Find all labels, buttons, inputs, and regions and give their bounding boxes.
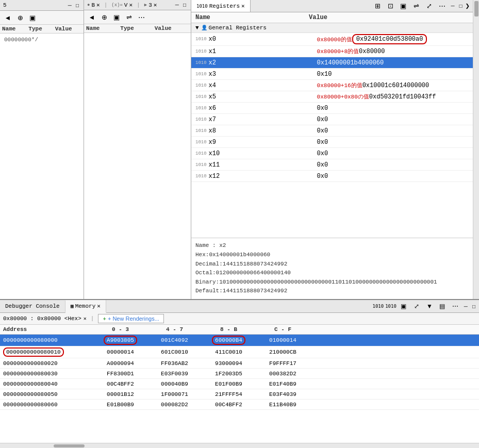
mem-data-6-8: 00C4BFF2 — [202, 402, 256, 408]
mem-data-5-8: 21FFFF54 — [202, 391, 256, 397]
middle-tab-b-close[interactable]: ✕ — [96, 2, 100, 8]
general-registers-label: General Registers — [209, 25, 267, 31]
middle-tab-3-label[interactable]: 3 — [148, 2, 152, 8]
mem-row-5[interactable]: 0000000000080050 00001B12 1F000071 21FFF… — [0, 389, 479, 400]
bottom-toolbar-btn1[interactable]: ▣ — [398, 301, 409, 311]
reg-value-x0: 0x92401c00d53800a0 — [352, 34, 469, 44]
mem-data-5-4: 1F000071 — [147, 391, 202, 397]
reg-maximize-btn[interactable]: □ — [458, 3, 464, 9]
mem-row-0[interactable]: 0000000000080000 A9003805 001C4092 60000… — [0, 335, 479, 346]
middle-header-type: Type — [120, 25, 154, 31]
debugger-console-tab[interactable]: Debugger Console — [0, 301, 65, 312]
registers-tab[interactable]: 1010 Registers ✕ — [191, 0, 251, 12]
reg-name-x0: x0 — [209, 36, 317, 43]
reg-icon-x6: 1010 — [195, 106, 207, 111]
middle-maximize-btn[interactable]: □ — [181, 2, 188, 8]
reg-row-x9[interactable]: 1010 x9 0x0 — [191, 137, 473, 148]
bottom-toolbar-icons: 1010 1010 ▣ ⤢ ▼ ▤ ⋯ ─ □ — [370, 301, 479, 311]
bottom-icon-1010b: 1010 — [385, 304, 397, 309]
mem-data-3-8: 1F2003D5 — [202, 371, 256, 377]
left-tab-5-label: 5 — [3, 2, 7, 8]
reg-toolbar-icon2[interactable]: ⊡ — [385, 1, 396, 11]
left-maximize-btn[interactable]: □ — [74, 3, 80, 8]
reg-row-x5[interactable]: 1010 x5 0x80000+0x80の值 0xd503201fd10043f… — [191, 91, 473, 103]
left-tab-5[interactable]: 5 — [3, 2, 7, 8]
reg-toolbar-icon4[interactable]: ⇌ — [410, 1, 422, 11]
reg-row-x1[interactable]: 1010 x1 0x80000+8的值 0x80000 — [191, 46, 473, 57]
middle-minimize-btn[interactable]: ─ — [174, 2, 180, 8]
left-toolbar-btn1[interactable]: ◄ — [2, 12, 13, 23]
middle-tab-v-close[interactable]: ✕ — [129, 2, 133, 8]
reg-icon-x0: 1010 — [195, 37, 207, 42]
memory-address-close[interactable]: ✕ — [84, 316, 87, 322]
memory-tab-label: Memory — [75, 303, 96, 309]
memory-tab-close[interactable]: ✕ — [97, 303, 101, 309]
mem-data-3-4: E03F0039 — [147, 371, 202, 377]
mem-data-1-4: 601C0010 — [147, 349, 202, 355]
right-scrollbar[interactable] — [473, 0, 479, 299]
middle-toolbar-btn2[interactable]: ⊕ — [98, 12, 110, 22]
bottom-minimize-btn[interactable]: ─ — [463, 304, 469, 309]
mem-addr-1: 0000000000080010 — [3, 347, 93, 357]
mem-row-1[interactable]: 0000000000080010 00000014 601C0010 411C0… — [0, 346, 479, 358]
new-renderings-btn[interactable]: + + New Renderings... — [98, 314, 163, 323]
reg-toolbar-icon6[interactable]: ⋯ — [436, 1, 448, 11]
middle-tab-b-label[interactable]: B — [91, 2, 95, 8]
mem-addr-1-circle: 0000000000080010 — [3, 347, 64, 357]
reg-row-x12[interactable]: 1010 x12 0x0 — [191, 171, 473, 182]
info-octal: Octal:0120000000066400000140 — [195, 269, 469, 278]
reg-row-x2[interactable]: 1010 x2 0x14000001b4000060 — [191, 57, 473, 69]
registers-tab-close[interactable]: ✕ — [241, 3, 245, 9]
middle-toolbar-btn4[interactable]: ⇌ — [123, 12, 135, 22]
reg-toolbar-icon3[interactable]: ▣ — [398, 1, 409, 11]
mem-data-3-0: FF8300D1 — [93, 371, 147, 377]
reg-minimize-btn[interactable]: ─ — [449, 3, 456, 9]
general-registers-header[interactable]: ▼ 👤 General Registers — [191, 23, 473, 33]
bottom-toolbar-btn2[interactable]: ⤢ — [411, 301, 422, 311]
middle-tab-v-label[interactable]: V — [124, 2, 128, 8]
bottom-toolbar-btn3[interactable]: ▼ — [424, 301, 435, 311]
mem-row-3[interactable]: 0000000000080030 FF8300D1 E03F0039 1F200… — [0, 369, 479, 379]
reg-toolbar-icon5[interactable]: ⤢ — [423, 1, 435, 11]
reg-row-x7[interactable]: 1010 x7 0x0 — [191, 114, 473, 125]
bottom-maximize-btn[interactable]: □ — [471, 304, 477, 309]
bottom-toolbar-btn4[interactable]: ▤ — [437, 301, 448, 311]
info-default: Default:1441151888073424992 — [195, 287, 469, 296]
left-toolbar-btn2[interactable]: ⊕ — [14, 12, 26, 23]
mem-row-4[interactable]: 0000000000080040 00C4BFF2 000040B9 E01F0… — [0, 379, 479, 389]
left-minimize-btn[interactable]: ─ — [67, 3, 73, 8]
reg-row-x6[interactable]: 1010 x6 0x0 — [191, 103, 473, 114]
mem-data-0-c: 01000014 — [256, 337, 310, 343]
middle-tab-v-icon: (x)= — [111, 3, 123, 8]
mem-addr-0: 0000000000080000 — [3, 337, 93, 343]
reg-row-x10[interactable]: 1010 x10 0x0 — [191, 148, 473, 159]
reg-row-x3[interactable]: 1010 x3 0x10 — [191, 69, 473, 80]
reg-icon-x10: 1010 — [195, 151, 207, 156]
reg-toolbar-icon1[interactable]: ⊞ — [372, 1, 383, 11]
middle-tab-3-close[interactable]: ✕ — [154, 2, 157, 8]
middle-toolbar: ◄ ⊕ ▣ ⇌ ⋯ — [84, 10, 191, 24]
left-panel: 5 ─ □ ◄ ⊕ ▣ Name Type Value 00000000*/ — [0, 0, 84, 299]
reg-row-x11[interactable]: 1010 x11 0x0 — [191, 159, 473, 171]
reg-row-x0[interactable]: 1010 x0 0x80000的值 0x92401c00d53800a0 — [191, 33, 473, 46]
mem-row-6[interactable]: 0000000000080060 E01B00B9 000082D2 00C4B… — [0, 400, 479, 410]
middle-header-value: Value — [155, 25, 189, 31]
middle-toolbar-btn5[interactable]: ⋯ — [136, 12, 147, 22]
reg-right-expand[interactable]: ❯ — [466, 2, 470, 10]
mem-header-address: Address — [3, 326, 93, 333]
general-reg-person-icon: 👤 — [201, 25, 207, 31]
mem-data-2-8: 93000094 — [202, 360, 256, 367]
middle-toolbar-btn3[interactable]: ▣ — [111, 12, 122, 22]
bottom-toolbar-btn5[interactable]: ⋯ — [450, 301, 461, 311]
reg-annotation-x1: 0x80000+8的值 — [317, 47, 359, 55]
memory-tab[interactable]: ▦ Memory ✕ — [65, 300, 106, 313]
middle-toolbar-btn1[interactable]: ◄ — [86, 12, 97, 22]
left-toolbar-btn3[interactable]: ▣ — [27, 12, 38, 23]
mem-data-6-0: E01B00B9 — [93, 402, 147, 408]
memory-address-bar: 0x80000 : 0x80000 <Hex> ✕ | + + New Rend… — [0, 313, 479, 325]
reg-row-x4[interactable]: 1010 x4 0x80000+16的值 0x10001c6014000000 — [191, 80, 473, 91]
reg-annotation-x4: 0x80000+16的值 — [317, 81, 362, 89]
reg-row-x8[interactable]: 1010 x8 0x0 — [191, 125, 473, 137]
mem-row-2[interactable]: 0000000000080020 A0000094 FF036AB2 93000… — [0, 358, 479, 369]
bottom-horizontal-scrollbar[interactable] — [0, 443, 479, 448]
